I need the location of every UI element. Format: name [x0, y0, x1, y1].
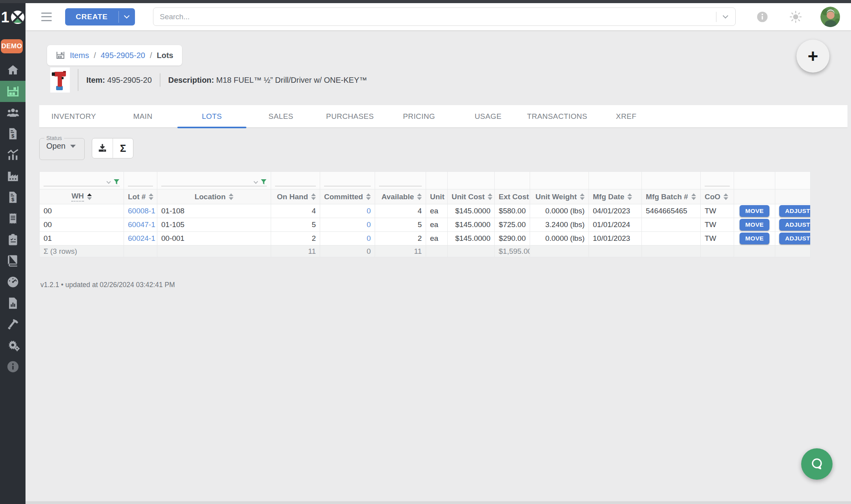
item-number: 495-2905-20 [107, 76, 151, 84]
sidebar-item-inventory[interactable] [0, 81, 26, 102]
cell-mfg-batch [642, 218, 701, 232]
export-download-button[interactable] [92, 138, 113, 158]
sidebar-item-reports[interactable] [0, 293, 26, 314]
col-header-location[interactable]: Location [195, 193, 233, 201]
col-header-wh[interactable]: WH [71, 192, 92, 202]
sidebar-item-manufacturing[interactable] [0, 166, 26, 187]
sort-icon [691, 193, 696, 200]
cell-wh: 01 [40, 232, 124, 246]
col-header-mfg-date[interactable]: Mfg Date [593, 193, 632, 201]
invoice-dollar-icon: $ [6, 191, 20, 204]
col-header-available[interactable]: Available [381, 193, 422, 201]
chat-bubble-icon [808, 455, 825, 473]
lot-filter-input[interactable] [128, 175, 153, 186]
breadcrumb: Items / 495-2905-20 / Lots [47, 45, 182, 66]
tab-pricing[interactable]: PRICING [384, 105, 454, 127]
lot-link[interactable]: 60024-1 [128, 234, 155, 242]
lot-link[interactable]: 60008-1 [128, 207, 155, 215]
col-header-unit-cost[interactable]: Unit Cost [452, 193, 492, 201]
summary-on-hand: 11 [271, 246, 320, 257]
sidebar-item-contacts[interactable] [0, 102, 26, 123]
committed-link[interactable]: 0 [366, 234, 371, 242]
breadcrumb-item-link[interactable]: 495-2905-20 [100, 51, 145, 60]
status-label: Status [44, 135, 64, 141]
receipt-icon [6, 212, 20, 225]
tab-main[interactable]: MAIN [108, 105, 177, 127]
lots-table: WH Lot # Location On Hand Committed Avai… [39, 171, 811, 257]
lot-link[interactable]: 60047-1 [128, 220, 155, 229]
sidebar-item-tasks[interactable] [0, 229, 26, 250]
sum-toggle-button[interactable]: Σ [113, 138, 133, 158]
sidebar-item-tools[interactable] [0, 314, 26, 335]
move-button[interactable]: MOVE [740, 233, 770, 244]
product-thumbnail[interactable] [50, 67, 70, 93]
sidebar-item-ledger[interactable] [0, 250, 26, 271]
col-header-lot[interactable]: Lot # [128, 193, 153, 201]
tab-usage[interactable]: USAGE [454, 105, 523, 127]
sidebar-item-dashboard[interactable] [0, 271, 26, 293]
col-header-committed[interactable]: Committed [324, 193, 371, 201]
sidebar-item-settings[interactable] [0, 335, 26, 356]
hammer-icon [6, 318, 20, 331]
move-button[interactable]: MOVE [740, 205, 770, 217]
sidebar-item-purchase-invoices[interactable]: $ [0, 187, 26, 208]
filter-funnel-icon[interactable] [261, 179, 267, 185]
col-header-coo[interactable]: CoO [705, 193, 728, 201]
app-logo[interactable]: 1 [0, 9, 26, 26]
col-header-mfg-batch[interactable]: Mfg Batch # [646, 193, 696, 201]
col-header-unit-weight[interactable]: Unit Weight [536, 193, 585, 201]
filter-funnel-icon[interactable] [113, 179, 120, 185]
cell-available: 5 [375, 218, 426, 232]
committed-link[interactable]: 0 [366, 220, 371, 229]
on-hand-filter-input[interactable] [275, 175, 316, 186]
sidebar-item-sales-analytics[interactable] [0, 144, 26, 166]
move-button[interactable]: MOVE [740, 219, 770, 231]
invoice-dollar-icon: $ [6, 127, 20, 140]
tab-transactions[interactable]: TRANSACTIONS [523, 105, 592, 127]
menu-icon[interactable] [41, 13, 52, 21]
tab-xref[interactable]: XREF [592, 105, 661, 127]
create-button-label[interactable]: CREATE [65, 8, 118, 25]
coo-filter-input[interactable] [705, 175, 730, 186]
create-dropdown-button[interactable] [118, 8, 135, 25]
cell-mfg-batch [642, 232, 701, 246]
cell-unit: ea [426, 218, 448, 232]
tab-inventory[interactable]: INVENTORY [39, 105, 108, 127]
committed-link[interactable]: 0 [366, 207, 371, 215]
adjust-button[interactable]: ADJUST [779, 233, 811, 244]
search-bar[interactable] [153, 7, 736, 26]
sidebar-item-invoices[interactable]: $ [0, 123, 26, 144]
info-button[interactable] [756, 11, 769, 23]
user-avatar[interactable] [820, 7, 840, 27]
status-dropdown[interactable]: Status Open [39, 135, 85, 160]
col-header-on-hand[interactable]: On Hand [277, 193, 316, 201]
cell-coo: TW [701, 232, 734, 246]
search-dropdown-icon[interactable] [723, 13, 728, 18]
sort-icon [488, 193, 492, 200]
chevron-down-icon[interactable] [253, 179, 258, 184]
download-icon [97, 143, 108, 153]
wh-filter-input[interactable] [44, 175, 120, 186]
available-filter-input[interactable] [379, 175, 422, 186]
add-button[interactable]: + [796, 40, 829, 73]
chevron-down-icon[interactable] [106, 179, 111, 184]
items-rack-icon [56, 51, 65, 60]
theme-toggle-button[interactable] [789, 10, 802, 24]
sidebar-item-about[interactable] [0, 356, 26, 377]
logo-text: 1 [1, 10, 9, 25]
adjust-button[interactable]: ADJUST [779, 205, 811, 217]
breadcrumb-items-link[interactable]: Items [70, 51, 89, 60]
create-button[interactable]: CREATE [65, 8, 135, 25]
chat-button[interactable] [801, 448, 833, 480]
tab-sales[interactable]: SALES [246, 105, 315, 127]
search-input[interactable] [160, 13, 716, 21]
committed-filter-input[interactable] [324, 175, 371, 186]
sidebar-item-receipts[interactable] [0, 208, 26, 229]
location-filter-input[interactable] [161, 175, 267, 186]
cell-available: 2 [375, 232, 426, 246]
factory-icon [6, 169, 20, 183]
tab-lots[interactable]: LOTS [177, 105, 246, 127]
tab-purchases[interactable]: PURCHASES [315, 105, 384, 127]
sidebar-item-home[interactable] [0, 60, 26, 81]
adjust-button[interactable]: ADJUST [779, 219, 811, 231]
